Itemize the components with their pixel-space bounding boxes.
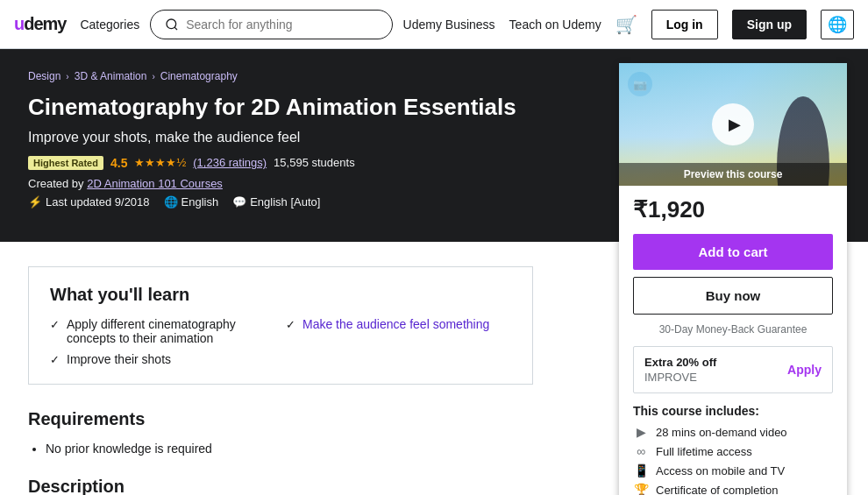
preview-label[interactable]: Preview this course [619, 163, 847, 186]
list-item: 🏆 Certificate of completion [633, 483, 833, 495]
video-thumbnail[interactable]: 📷 Preview this course [619, 63, 847, 186]
hero-content: Design › 3D & Animation › Cinematography… [28, 70, 537, 221]
star-rating: ★★★★½ [134, 156, 186, 169]
list-item: 📱 Access on mobile and TV [633, 463, 833, 477]
categories-button[interactable]: Categories [80, 18, 139, 32]
udemy-business-link[interactable]: Udemy Business [403, 18, 495, 32]
course-title: Cinematography for 2D Animation Essentia… [28, 93, 537, 123]
captions: 💬 English [Auto] [232, 195, 320, 209]
learn-item: ✓ Apply different cinematography concept… [50, 317, 275, 345]
learn-title: What you'll learn [50, 285, 511, 305]
coupon-section: Extra 20% off courses IMPROVE Apply [633, 346, 833, 393]
navbar-right: Udemy Business Teach on Udemy 🛒 Log in S… [403, 10, 854, 39]
creator-row: Created by 2D Animation 101 Courses [28, 177, 537, 190]
students-count: 15,595 students [274, 156, 355, 169]
list-item: ▶ 28 mins on-demand video [633, 425, 833, 439]
mobile-icon: 📱 [633, 463, 649, 477]
coupon-code: IMPROVE [644, 371, 760, 384]
breadcrumb-design[interactable]: Design [28, 70, 60, 82]
teach-link[interactable]: Teach on Udemy [509, 18, 601, 32]
navbar: udemy Categories Udemy Business Teach on… [0, 0, 868, 49]
requirements-list: No prior knowledge is required [28, 442, 533, 456]
add-to-cart-button[interactable]: Add to cart [633, 234, 833, 270]
breadcrumb-3d-animation[interactable]: 3D & Animation [75, 70, 147, 82]
course-subtitle: Improve your shots, make the audience fe… [28, 130, 537, 145]
infinity-icon: ∞ [633, 444, 649, 458]
creator-link[interactable]: 2D Animation 101 Courses [87, 177, 223, 190]
cc-icon: 💬 [232, 195, 246, 209]
list-item: No prior knowledge is required [46, 442, 533, 456]
video-card-body: ₹1,920 Add to cart Buy now 30-Day Money-… [619, 186, 847, 495]
learn-item: ✓ Make the audience feel something [286, 317, 511, 345]
login-button[interactable]: Log in [651, 10, 718, 39]
video-icon: ▶ [633, 425, 649, 439]
rating-row: Highest Rated 4.5 ★★★★½ (1,236 ratings) … [28, 156, 537, 170]
language: 🌐 English [164, 195, 219, 209]
search-input[interactable] [186, 18, 377, 32]
search-bar[interactable] [150, 10, 392, 39]
signup-button[interactable]: Sign up [732, 10, 807, 39]
description-title: Description [28, 477, 533, 495]
hero-section: Design › 3D & Animation › Cinematography… [0, 49, 868, 242]
description-section: Description NOTE: This Course is for Beg… [28, 477, 533, 495]
learn-section: What you'll learn ✓ Apply different cine… [28, 266, 533, 385]
learn-link[interactable]: Make the audience feel something [302, 317, 489, 331]
last-updated: ⚡ Last updated 9/2018 [28, 195, 150, 209]
udemy-logo[interactable]: udemy [14, 14, 66, 34]
includes-list: ▶ 28 mins on-demand video ∞ Full lifetim… [633, 425, 833, 495]
requirements-title: Requirements [28, 409, 533, 429]
checkmark-icon: ✓ [50, 318, 60, 331]
includes-title: This course includes: [633, 404, 833, 418]
globe-small-icon: 🌐 [164, 195, 178, 209]
rating-score: 4.5 [110, 156, 127, 170]
coupon-text: Extra 20% off courses [644, 356, 760, 369]
checkmark-icon: ✓ [286, 318, 295, 331]
apply-coupon-button[interactable]: Apply [787, 363, 822, 377]
ratings-count[interactable]: (1,236 ratings) [193, 156, 267, 169]
highest-rated-badge: Highest Rated [28, 156, 103, 170]
learn-grid: ✓ Apply different cinematography concept… [50, 317, 511, 366]
svg-point-0 [167, 19, 176, 29]
course-price: ₹1,920 [633, 196, 833, 223]
buy-now-button[interactable]: Buy now [633, 277, 833, 315]
list-item: ∞ Full lifetime access [633, 444, 833, 458]
play-button[interactable] [712, 103, 754, 145]
cart-icon[interactable]: 🛒 [615, 14, 637, 35]
money-back-guarantee: 30-Day Money-Back Guarantee [633, 323, 833, 336]
meta-row: ⚡ Last updated 9/2018 🌐 English 💬 Englis… [28, 195, 537, 209]
breadcrumb: Design › 3D & Animation › Cinematography [28, 70, 537, 82]
search-icon [165, 18, 179, 32]
video-card: 📷 Preview this course ₹1,920 Add to cart… [619, 63, 847, 495]
language-icon[interactable]: 🌐 [821, 10, 854, 39]
breadcrumb-cinematography[interactable]: Cinematography [160, 70, 238, 82]
learn-item: ✓ Improve their shots [50, 352, 275, 366]
certificate-icon: 🏆 [633, 483, 649, 495]
update-icon: ⚡ [28, 195, 42, 209]
checkmark-icon: ✓ [50, 353, 60, 366]
requirements-section: Requirements No prior knowledge is requi… [28, 409, 533, 456]
svg-line-1 [174, 27, 177, 30]
